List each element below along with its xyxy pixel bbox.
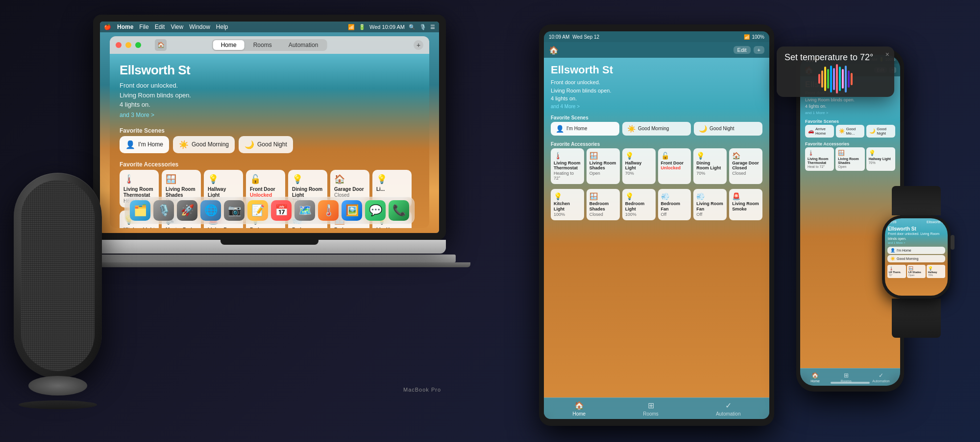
dock-finder[interactable]: 🗂️	[130, 200, 150, 221]
mac-menu-file[interactable]: File	[139, 23, 148, 30]
watch-hallway-status: 70%	[928, 274, 944, 277]
watch-acc-hallway[interactable]: 💡 Hallway 70%	[927, 265, 945, 278]
mac-menu-window[interactable]: Window	[189, 23, 210, 30]
more1-name: Li...	[376, 186, 408, 192]
ipad-acc-hallway-light[interactable]: 💡 Hallway Light 70%	[622, 148, 656, 185]
ipad-time: 10:09 AM	[549, 34, 569, 40]
ipad-acc-bedroom-shades[interactable]: 🪟 Bedroom Shades Closed	[587, 189, 620, 220]
ipad-good-night-icon: 🌙	[699, 125, 707, 133]
dock-launchpad[interactable]: 🚀	[177, 200, 197, 221]
mac-scene-good-night[interactable]: 🌙 Good Night	[239, 136, 293, 153]
iphone-tab-rooms[interactable]: ⊞ Rooms	[841, 372, 852, 383]
ipad-tab-automation[interactable]: ✓ Automation	[716, 401, 741, 417]
ipad-hero-more[interactable]: and 4 More >	[551, 104, 762, 109]
dock-iphoto[interactable]: 🖼️	[342, 200, 362, 221]
fullscreen-button[interactable]	[135, 42, 141, 48]
ipad-scene-good-night[interactable]: 🌙 Good Night	[694, 122, 762, 136]
more1-icon: 💡	[376, 174, 408, 185]
dock-siri[interactable]: 🎙️	[153, 200, 174, 221]
mac-tab-rooms[interactable]: Rooms	[245, 40, 280, 50]
mac-scene-im-home[interactable]: 👤 I'm Home	[120, 136, 169, 153]
ipad-hallway-light-status: 70%	[625, 171, 653, 176]
ipad-acc-dining-light[interactable]: 💡 Dining Room Light 70%	[693, 148, 727, 185]
ipad-add-button[interactable]: +	[754, 46, 764, 54]
dock-messages[interactable]: 💬	[365, 200, 386, 221]
dock-safari[interactable]: 🌐	[200, 200, 221, 221]
watch-crown	[951, 235, 955, 250]
iphone-accessories-row: 🌡️ Living Room Thermostat Heat to 72° 🪟 …	[800, 147, 900, 171]
ipad-acc-bedroom-fan[interactable]: 💨 Bedroom Fan Off	[658, 189, 691, 220]
watch-acc-shades[interactable]: 🪟 LR Shades Open	[907, 265, 926, 278]
dock-photos[interactable]: 📷	[224, 200, 245, 221]
ipad-tab-home[interactable]: 🏠 Home	[573, 401, 586, 417]
iphone-tab-automation[interactable]: ✓ Automation	[872, 372, 889, 383]
iphone-acc-hallway-light[interactable]: 💡 Hallway Light 70%	[866, 147, 895, 171]
mac-hero-more[interactable]: and 3 More >	[120, 112, 419, 118]
mac-tab-home[interactable]: Home	[213, 40, 245, 50]
iphone-arrive-home-icon: 🚗	[808, 128, 814, 134]
iphone-good-night-label: Good Night	[877, 127, 892, 136]
dock-notes[interactable]: 📝	[247, 200, 268, 221]
macbook-notch	[220, 240, 318, 245]
ipad-scene-im-home[interactable]: 👤 I'm Home	[551, 122, 619, 136]
iphone-scene-good-night[interactable]: 🌙 Good Night	[866, 125, 895, 138]
siri-popup: × Set temperature to 72°	[777, 47, 894, 97]
iphone-tab-home[interactable]: 🏠 Home	[810, 372, 820, 383]
homepod	[9, 173, 107, 418]
watch-scene-good-morning[interactable]: ☀️ Good Morning	[887, 255, 945, 262]
ipad-acc-thermostat[interactable]: 🌡️ Living Room Thermostat Heating to 72°	[551, 148, 584, 185]
watch-acc-thermostat[interactable]: 🌡️ LR Therm. 72°	[887, 265, 906, 278]
ipad-thermostat-icon: 🌡️	[554, 152, 581, 160]
ipad-thermostat-name: Living Room Thermostat	[554, 161, 581, 171]
mac-menu-view[interactable]: View	[171, 23, 183, 30]
ipad-acc-lr-smoke[interactable]: 🚨 Living Room Smoke	[729, 189, 762, 220]
ipad-bottom-bar: 🏠 Home ⊞ Rooms ✓ Automation	[544, 397, 769, 419]
mac-tab-automation[interactable]: Automation	[281, 40, 326, 50]
iphone-scene-good-morning[interactable]: ☀️ Good Mo...	[836, 125, 865, 138]
ipad-home-icon: 🏠	[549, 46, 559, 55]
minimize-button[interactable]	[125, 42, 131, 48]
mac-menu-help[interactable]: Help	[216, 23, 228, 30]
ipad-tab-rooms[interactable]: ⊞ Rooms	[643, 401, 659, 417]
watch-body: 10:09 Ellsworth St Ellsworth St Front do…	[882, 215, 951, 299]
ipad-acc-kitchen-light[interactable]: 💡 Kitchen Light 100%	[551, 189, 584, 220]
mac-app-name: Home	[117, 23, 133, 30]
thermostat-name: Living Room Thermostat	[123, 186, 155, 198]
close-button[interactable]	[116, 42, 122, 48]
ipad-edit-button[interactable]: Edit	[734, 46, 751, 54]
ipad-acc-bedroom-light[interactable]: 💡 Bedroom Light 100%	[622, 189, 656, 220]
watch-home-title: Ellsworth St	[927, 220, 945, 224]
ipad-acc-garage-door[interactable]: 🏠 Garage Door Closed Closed	[729, 148, 762, 185]
control-center-icon[interactable]: ☰	[430, 24, 435, 30]
mac-home-icon-btn[interactable]: 🏠	[155, 39, 167, 51]
dock-thermometer[interactable]: 🌡️	[318, 200, 339, 221]
ipad-kitchen-light-status: 100%	[554, 212, 581, 217]
watch-accessories: 🌡️ LR Therm. 72° 🪟 LR Shades Open 💡 Hall…	[885, 264, 948, 279]
dock-calendar[interactable]: 📅	[271, 200, 292, 221]
ipad-acc-lr-fan[interactable]: 💨 Living Room Fan Off	[693, 189, 727, 220]
ipad-accessories-row2: 💡 Kitchen Light 100% 🪟 Bedroom Shades Cl…	[544, 189, 769, 223]
search-icon[interactable]: 🔍	[409, 24, 416, 30]
bedroom-shades-name: Bedroom Shades	[334, 227, 366, 229]
mac-add-button[interactable]: +	[414, 40, 423, 50]
macbook-menubar: 🍎 Home File Edit View Window Help 📶 🔋 We…	[100, 22, 439, 32]
mac-scene-good-morning[interactable]: ☀️ Good Morning	[173, 136, 235, 153]
ipad-hallway-light-icon: 💡	[625, 152, 653, 160]
iphone-scene-arrive-home[interactable]: 🚗 Arrive Home	[805, 125, 834, 138]
iphone-hero-more[interactable]: and 1 More >	[805, 111, 895, 115]
ipad-tab-automation-label: Automation	[716, 411, 741, 417]
ipad-scene-good-morning[interactable]: ☀️ Good Morning	[622, 122, 691, 136]
dock-facetime[interactable]: 📞	[389, 200, 409, 221]
watch-more[interactable]: and 1 More >	[888, 241, 945, 244]
iphone-acc-lr-shades[interactable]: 🪟 Living Room Shades Open	[835, 147, 864, 171]
ipad-im-home-icon: 👤	[556, 125, 564, 133]
siri-icon[interactable]: 🎙️	[419, 24, 426, 30]
ipad-acc-lr-shades[interactable]: 🪟 Living Room Shades Open	[587, 148, 620, 185]
iphone-acc-thermostat[interactable]: 🌡️ Living Room Thermostat Heat to 72°	[805, 147, 834, 171]
ipad-bedroom-fan-status: Off	[661, 212, 688, 217]
ipad-acc-front-door[interactable]: 🔓 Front Door Unlocked	[658, 148, 691, 185]
watch-scene-im-home[interactable]: 👤 I'm Home	[887, 247, 945, 254]
siri-close-button[interactable]: ×	[885, 50, 889, 58]
mac-menu-edit[interactable]: Edit	[155, 23, 165, 30]
dock-maps[interactable]: 🗺️	[294, 200, 315, 221]
